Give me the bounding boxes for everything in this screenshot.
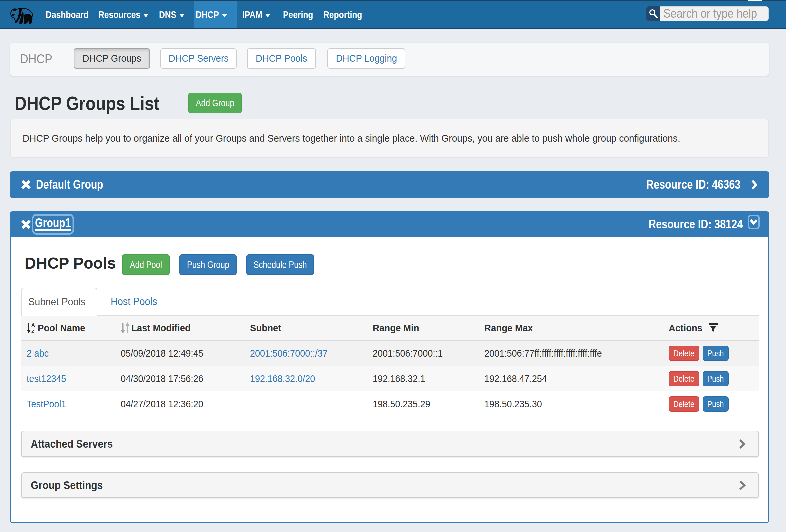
svg-text:Z: Z (31, 328, 34, 334)
svg-text:A: A (31, 322, 35, 328)
